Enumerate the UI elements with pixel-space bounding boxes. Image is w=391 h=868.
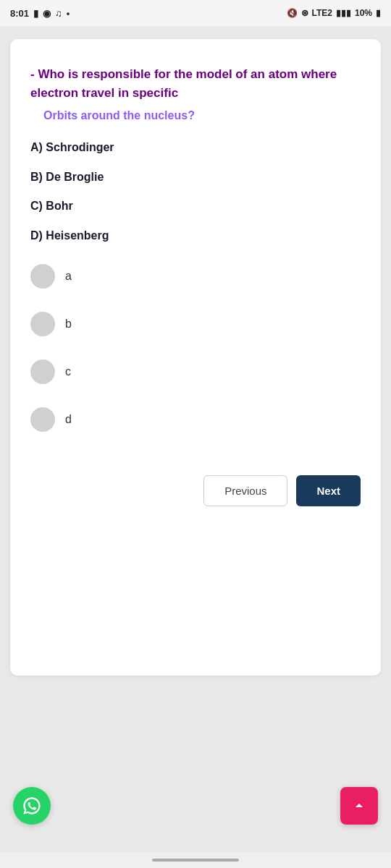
- radio-label-a: a: [65, 270, 72, 283]
- next-button[interactable]: Next: [296, 475, 361, 506]
- radio-row-a[interactable]: a: [30, 264, 361, 289]
- battery-label: 10%: [355, 8, 372, 18]
- question-sub: Orbits around the nucleus?: [43, 108, 361, 124]
- scroll-top-fab[interactable]: [340, 787, 378, 825]
- status-left: 8:01 ▮ ◉ ♫ •: [10, 8, 70, 19]
- radio-circle-d[interactable]: [30, 407, 55, 432]
- arrow-up-icon: [350, 797, 368, 814]
- bottom-indicator: [152, 859, 239, 861]
- radio-circle-c[interactable]: [30, 359, 55, 384]
- quiz-card: - Who is responsible for the model of an…: [10, 39, 381, 676]
- radio-label-c: c: [65, 365, 71, 378]
- option-b: B) De Broglie: [30, 169, 361, 185]
- option-d: D) Heisenberg: [30, 228, 361, 244]
- battery-icon: ▮: [376, 8, 381, 18]
- shield-icon: ◉: [43, 8, 51, 19]
- wifi-icon: ⊛: [301, 8, 308, 18]
- radio-circle-a[interactable]: [30, 264, 55, 289]
- monitor-icon: ▮: [33, 8, 38, 19]
- radio-options: a b c d: [30, 264, 361, 432]
- radio-label-d: d: [65, 413, 72, 426]
- radio-row-c[interactable]: c: [30, 359, 361, 384]
- radio-row-d[interactable]: d: [30, 407, 361, 432]
- radio-row-b[interactable]: b: [30, 312, 361, 336]
- status-right: 🔇 ⊛ LTE2 ▮▮▮ 10% ▮: [287, 8, 381, 18]
- options-list: A) Schrodinger B) De Broglie C) Bohr D) …: [30, 140, 361, 244]
- status-bar: 8:01 ▮ ◉ ♫ • 🔇 ⊛ LTE2 ▮▮▮ 10% ▮: [0, 0, 391, 26]
- radio-label-b: b: [65, 318, 72, 331]
- whatsapp-fab[interactable]: [13, 787, 51, 825]
- nav-buttons: Previous Next: [30, 475, 361, 506]
- lte-label: LTE2: [312, 8, 332, 18]
- dot-icon: •: [67, 8, 70, 19]
- bottom-bar: [0, 852, 391, 868]
- option-a: A) Schrodinger: [30, 140, 361, 156]
- mute-icon: 🔇: [287, 8, 298, 18]
- previous-button[interactable]: Previous: [203, 475, 287, 506]
- signal-bars-icon: ▮▮▮: [336, 8, 351, 18]
- question-main: - Who is responsible for the model of an…: [30, 65, 361, 102]
- radio-circle-b[interactable]: [30, 312, 55, 336]
- music-icon: ♫: [55, 8, 62, 19]
- whatsapp-icon: [22, 796, 42, 816]
- option-c: C) Bohr: [30, 198, 361, 214]
- time: 8:01: [10, 8, 29, 19]
